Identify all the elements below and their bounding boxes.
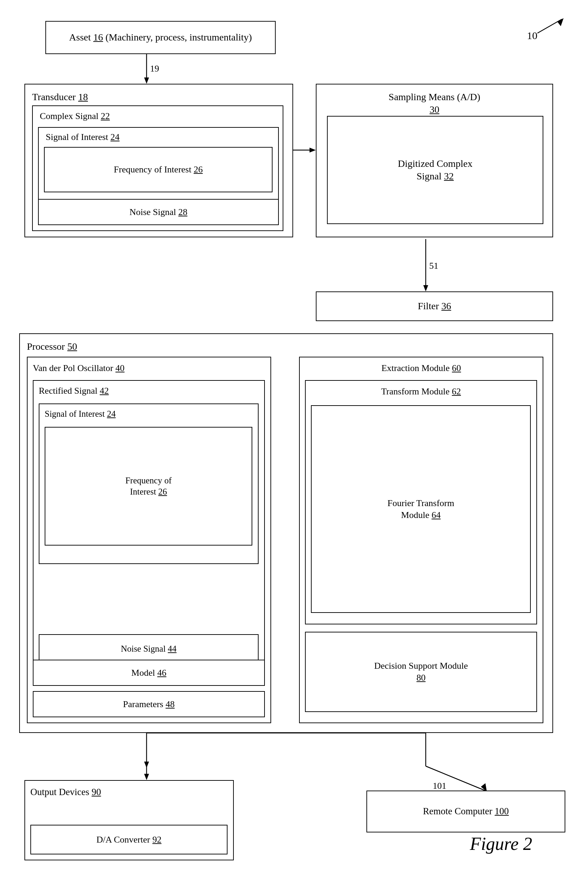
remote-ref: 100 [495, 806, 509, 816]
vdp-ref: 40 [116, 363, 124, 373]
freq-interest-bot-box: Frequency ofInterest 26 [45, 427, 252, 546]
decision-ref: 80 [417, 673, 426, 683]
transducer-ref: 18 [78, 92, 88, 102]
decision-label: Decision Support Module [374, 661, 468, 671]
noise-signal-top-box: Noise Signal 28 [38, 199, 279, 225]
processor-box: Processor 50 Van der Pol Oscillator 40 R… [19, 333, 553, 733]
diagram: 19 31 51 91 101 [0, 0, 588, 882]
svg-text:51: 51 [429, 261, 438, 271]
extraction-box: Extraction Module 60 Transform Module 62… [299, 357, 543, 723]
rectified-box: Rectified Signal 42 Signal of Interest 2… [33, 380, 265, 670]
svg-marker-7 [423, 285, 428, 291]
svg-text:19: 19 [150, 63, 159, 74]
transform-label: Transform Module [381, 386, 452, 396]
svg-text:101: 101 [433, 781, 446, 791]
da-label: D/A Converter [96, 834, 152, 844]
extraction-label: Extraction Module [381, 363, 452, 373]
processor-label: Processor [27, 341, 68, 352]
asset-label: Asset [69, 32, 93, 43]
signal-interest-top-label: Signal of Interest [46, 132, 111, 142]
model-box: Model 46 [33, 660, 265, 686]
parameters-ref: 48 [166, 699, 175, 709]
vdp-label: Van der Pol Oscillator [33, 363, 116, 373]
svg-marker-4 [309, 148, 316, 153]
svg-marker-22 [144, 774, 149, 780]
transform-box: Transform Module 62 Fourier TransformMod… [305, 380, 537, 624]
figure-title: Figure 2 [470, 834, 532, 854]
fourier-label: Fourier TransformModule [387, 498, 454, 520]
model-ref: 46 [158, 668, 166, 678]
digitized-ref: 32 [444, 171, 454, 182]
transducer-label: Transducer [32, 92, 78, 102]
da-ref: 92 [153, 834, 162, 844]
vdp-box: Van der Pol Oscillator 40 Rectified Sign… [27, 357, 271, 723]
signal-interest-top-ref: 24 [111, 132, 120, 142]
freq-interest-top-label: Frequency of Interest [114, 164, 194, 174]
ref-10: 10 [527, 30, 537, 42]
extraction-ref: 60 [452, 363, 461, 373]
parameters-box: Parameters 48 [33, 691, 265, 717]
noise-signal-top-label: Noise Signal [129, 207, 178, 217]
output-ref: 90 [92, 787, 101, 797]
noise-signal-bot-label: Noise Signal [121, 644, 168, 653]
asset-ref: 16 [93, 32, 103, 43]
transform-ref: 62 [452, 386, 461, 396]
transducer-box: Transducer 18 Complex Signal 22 Signal o… [24, 84, 293, 237]
asset-suffix: (Machinery, process, instrumentality) [103, 32, 252, 43]
signal-interest-top-box: Signal of Interest 24 Frequency of Inter… [38, 127, 279, 206]
remote-computer-box: Remote Computer 100 [366, 790, 566, 832]
svg-marker-14 [144, 762, 149, 768]
filter-box: Filter 36 [316, 291, 553, 321]
noise-signal-bot-ref: 44 [168, 644, 177, 653]
da-converter-box: D/A Converter 92 [30, 825, 228, 854]
rectified-label: Rectified Signal [39, 386, 100, 396]
filter-label: Filter [418, 300, 441, 311]
processor-ref: 50 [68, 341, 77, 352]
asset-box: Asset 16 (Machinery, process, instrument… [45, 21, 276, 54]
freq-interest-top-ref: 26 [194, 164, 203, 174]
svg-marker-1 [144, 78, 149, 84]
parameters-label: Parameters [123, 699, 165, 709]
complex-signal-label: Complex Signal [40, 111, 101, 121]
fourier-box: Fourier TransformModule 64 [311, 405, 531, 613]
filter-ref: 36 [441, 300, 451, 311]
svg-marker-24 [557, 18, 564, 26]
output-devices-box: Output Devices 90 D/A Converter 92 [24, 780, 234, 860]
signal-interest-bot-ref: 24 [107, 409, 116, 418]
sampling-means-box: Sampling Means (A/D) 30 Digitized Comple… [316, 84, 553, 237]
model-label: Model [131, 668, 157, 678]
complex-signal-box: Complex Signal 22 Signal of Interest 24 … [32, 105, 284, 231]
rectified-ref: 42 [100, 386, 109, 396]
svg-line-18 [426, 766, 485, 790]
decision-box: Decision Support Module80 [305, 632, 537, 712]
digitized-label: Digitized ComplexSignal [398, 158, 472, 182]
noise-signal-top-ref: 28 [178, 207, 188, 217]
svg-line-23 [537, 19, 562, 33]
signal-interest-bot-box: Signal of Interest 24 Frequency ofIntere… [39, 404, 259, 564]
freq-interest-top-box: Frequency of Interest 26 [44, 147, 273, 192]
complex-signal-ref: 22 [101, 111, 110, 121]
sampling-ref: 30 [430, 104, 440, 115]
remote-label: Remote Computer [423, 806, 495, 816]
fourier-ref: 64 [432, 510, 441, 520]
freq-interest-bot-ref: 26 [158, 487, 167, 496]
signal-interest-bot-label: Signal of Interest [45, 409, 107, 418]
sampling-label: Sampling Means (A/D) [389, 92, 480, 102]
output-label: Output Devices [30, 787, 92, 797]
digitized-complex-box: Digitized ComplexSignal 32 [327, 116, 543, 224]
